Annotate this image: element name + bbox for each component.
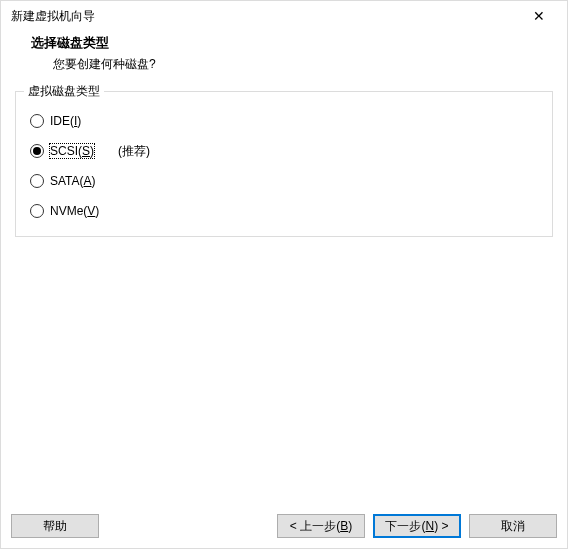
page-subtitle: 您要创建何种磁盘? bbox=[31, 56, 553, 73]
content-area: 虚拟磁盘类型 IDE(I) SCSI(S) (推荐) SATA(A) NVMe(… bbox=[1, 87, 567, 506]
radio-scsi[interactable] bbox=[30, 144, 44, 158]
disk-type-group: 虚拟磁盘类型 IDE(I) SCSI(S) (推荐) SATA(A) NVMe(… bbox=[15, 91, 553, 237]
wizard-window: 新建虚拟机向导 ✕ 选择磁盘类型 您要创建何种磁盘? 虚拟磁盘类型 IDE(I)… bbox=[0, 0, 568, 549]
radio-row-scsi[interactable]: SCSI(S) (推荐) bbox=[30, 136, 538, 166]
back-button[interactable]: < 上一步(B) bbox=[277, 514, 365, 538]
radio-label-nvme: NVMe(V) bbox=[50, 204, 99, 218]
radio-row-sata[interactable]: SATA(A) bbox=[30, 166, 538, 196]
titlebar: 新建虚拟机向导 ✕ bbox=[1, 1, 567, 31]
radio-label-ide: IDE(I) bbox=[50, 114, 81, 128]
group-legend: 虚拟磁盘类型 bbox=[24, 83, 104, 100]
window-title: 新建虚拟机向导 bbox=[11, 8, 519, 25]
radio-label-sata: SATA(A) bbox=[50, 174, 96, 188]
radio-row-ide[interactable]: IDE(I) bbox=[30, 106, 538, 136]
radio-extra-scsi: (推荐) bbox=[118, 143, 150, 160]
radio-label-scsi: SCSI(S) bbox=[50, 144, 94, 158]
page-title: 选择磁盘类型 bbox=[31, 35, 553, 56]
radio-nvme[interactable] bbox=[30, 204, 44, 218]
close-icon[interactable]: ✕ bbox=[519, 1, 559, 31]
wizard-header: 选择磁盘类型 您要创建何种磁盘? bbox=[1, 31, 567, 87]
button-bar: 帮助 < 上一步(B) 下一步(N) > 取消 bbox=[1, 506, 567, 548]
cancel-button[interactable]: 取消 bbox=[469, 514, 557, 538]
radio-sata[interactable] bbox=[30, 174, 44, 188]
radio-row-nvme[interactable]: NVMe(V) bbox=[30, 196, 538, 226]
next-button[interactable]: 下一步(N) > bbox=[373, 514, 461, 538]
radio-ide[interactable] bbox=[30, 114, 44, 128]
help-button[interactable]: 帮助 bbox=[11, 514, 99, 538]
